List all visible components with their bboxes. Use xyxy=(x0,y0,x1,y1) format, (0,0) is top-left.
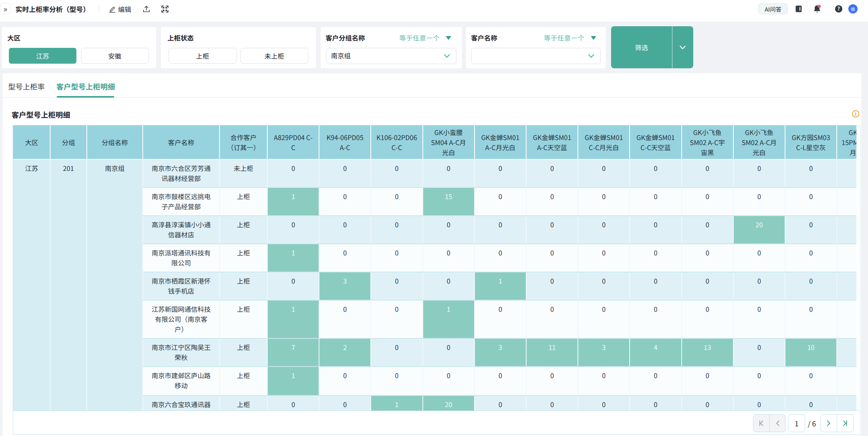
svg-text:?: ? xyxy=(838,5,840,12)
